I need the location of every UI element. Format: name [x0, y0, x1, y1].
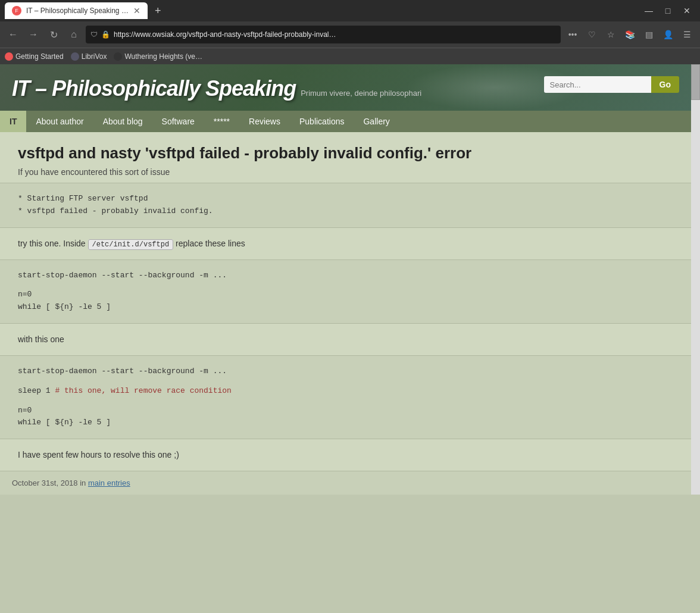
pocket-icon[interactable]: ♡: [583, 26, 600, 43]
librivox-favicon: [71, 52, 79, 61]
reload-button[interactable]: ↻: [45, 26, 62, 43]
address-bar[interactable]: 🛡 🔒 https://www.owsiak.org/vsftpd-and-na…: [86, 26, 561, 43]
nav-item-gallery[interactable]: Gallery: [354, 111, 399, 132]
bookmark-star-icon[interactable]: ☆: [602, 26, 619, 43]
code-line: while [ ${n} -le 5 ]: [18, 301, 673, 314]
code-line: start-stop-daemon --start --background -…: [18, 365, 673, 378]
nav-item-about-blog[interactable]: About blog: [93, 111, 152, 132]
tab-close-button[interactable]: ✕: [133, 6, 140, 15]
close-button[interactable]: ✕: [679, 2, 695, 19]
minimize-button[interactable]: —: [640, 2, 657, 19]
reader-view-icon[interactable]: ▤: [640, 26, 657, 43]
main-content: vsftpd and nasty 'vsftpd failed - probab…: [0, 132, 691, 495]
text-block-1: try this one. Inside /etc/init.d/vsftpd …: [0, 228, 691, 259]
code-line: * vsftpd failed - probably invalid confi…: [18, 205, 673, 218]
code-line: sleep 1 # this one, will remove race con…: [18, 385, 673, 398]
site-content: IT – Philosophically Speaking Primum viv…: [0, 64, 691, 495]
back-button[interactable]: ←: [5, 26, 21, 43]
scrollbar-track[interactable]: [691, 64, 700, 495]
home-button[interactable]: ⌂: [65, 26, 82, 43]
lock-icon: 🔒: [101, 30, 110, 39]
code-line: while [ ${n} -le 5 ]: [18, 417, 673, 429]
forward-button[interactable]: →: [25, 26, 42, 43]
more-options-icon[interactable]: •••: [564, 26, 581, 43]
bookmark-wuthering[interactable]: Wuthering Heights (ve…: [114, 52, 202, 61]
bookmark-getting-started[interactable]: Getting Started: [5, 52, 64, 61]
text-post: replace these lines: [173, 239, 245, 248]
code-line: [18, 282, 673, 289]
main-entries-link[interactable]: main entries: [88, 478, 130, 487]
page-wrapper: IT – Philosophically Speaking Primum viv…: [0, 64, 700, 495]
code-line: [18, 378, 673, 385]
text-block-2: with this one: [0, 324, 691, 355]
header-search: Go: [544, 76, 679, 93]
nav-item-reviews[interactable]: Reviews: [239, 111, 290, 132]
search-button[interactable]: Go: [651, 76, 679, 93]
bookmark-label: Wuthering Heights (ve…: [124, 52, 202, 61]
window-controls: — □ ✕: [640, 2, 695, 19]
code-comment: # this one, will remove race condition: [51, 386, 232, 395]
nav-item-about-author[interactable]: About author: [26, 111, 93, 132]
url-text: https://www.owsiak.org/vsftpd-and-nasty-…: [114, 30, 556, 39]
code-line: n=0: [18, 289, 673, 301]
code-line: [18, 398, 673, 405]
nav-item-publications[interactable]: Publications: [290, 111, 354, 132]
article-footer: October 31st, 2018 in main entries: [0, 471, 691, 495]
browser-titlebar: F IT – Philosophically Speaking » Blo… ✕…: [0, 0, 700, 21]
wuthering-favicon: [114, 52, 122, 61]
code-line: * Starting FTP server vsftpd: [18, 193, 673, 205]
nav-item-stars[interactable]: *****: [204, 111, 239, 132]
closing-text: I have spent few hours to resolve this o…: [18, 450, 179, 459]
text-pre: try this one. Inside: [18, 239, 88, 248]
code-block-2: start-stop-daemon --start --background -…: [0, 260, 691, 323]
code-block-3: start-stop-daemon --start --background -…: [0, 356, 691, 439]
nav-item-software[interactable]: Software: [152, 111, 204, 132]
menu-icon[interactable]: ☰: [679, 26, 695, 43]
browser-tab[interactable]: F IT – Philosophically Speaking » Blo… ✕: [5, 2, 148, 19]
code-line: n=0: [18, 405, 673, 417]
toolbar-icons: ••• ♡ ☆ 📚 ▤ 👤 ☰: [564, 26, 695, 43]
tab-title: IT – Philosophically Speaking » Blo…: [26, 7, 129, 15]
text-with-this: with this one: [18, 334, 64, 344]
site-title: IT – Philosophically Speaking: [12, 76, 296, 101]
text-block-3: I have spent few hours to resolve this o…: [0, 439, 691, 471]
bookmarks-bar: Getting Started LibriVox Wuthering Heigh…: [0, 48, 700, 64]
code-line: start-stop-daemon --start --background -…: [18, 270, 673, 282]
site-header: IT – Philosophically Speaking Primum viv…: [0, 64, 691, 111]
site-subtitle: Primum vivere, deinde philosophari: [301, 89, 421, 98]
article-title: vsftpd and nasty 'vsftpd failed - probab…: [18, 144, 673, 162]
bookmark-label: Getting Started: [15, 52, 64, 61]
article-header: vsftpd and nasty 'vsftpd failed - probab…: [0, 132, 691, 183]
new-tab-button[interactable]: +: [150, 5, 166, 17]
account-icon[interactable]: 👤: [660, 26, 676, 43]
bookmark-librivox[interactable]: LibriVox: [71, 52, 107, 61]
tab-favicon: F: [12, 6, 21, 15]
security-shield-icon: 🛡: [90, 30, 98, 39]
search-input[interactable]: [544, 76, 651, 93]
scrollbar-thumb[interactable]: [691, 64, 700, 100]
maximize-button[interactable]: □: [660, 2, 676, 19]
inline-code-path: /etc/init.d/vsftpd: [88, 239, 174, 250]
article-intro: If you have encountered this sort of iss…: [18, 167, 673, 177]
bookmark-label: LibriVox: [82, 52, 107, 61]
nav-item-it[interactable]: IT: [0, 111, 26, 132]
firefox-favicon: [5, 52, 13, 61]
site-nav: IT About author About blog Software ****…: [0, 111, 691, 132]
library-icon[interactable]: 📚: [621, 26, 638, 43]
code-block-1: * Starting FTP server vsftpd * vsftpd fa…: [0, 183, 691, 227]
footer-date: October 31st, 2018 in: [12, 478, 88, 487]
browser-toolbar: ← → ↻ ⌂ 🛡 🔒 https://www.owsiak.org/vsftp…: [0, 21, 700, 48]
